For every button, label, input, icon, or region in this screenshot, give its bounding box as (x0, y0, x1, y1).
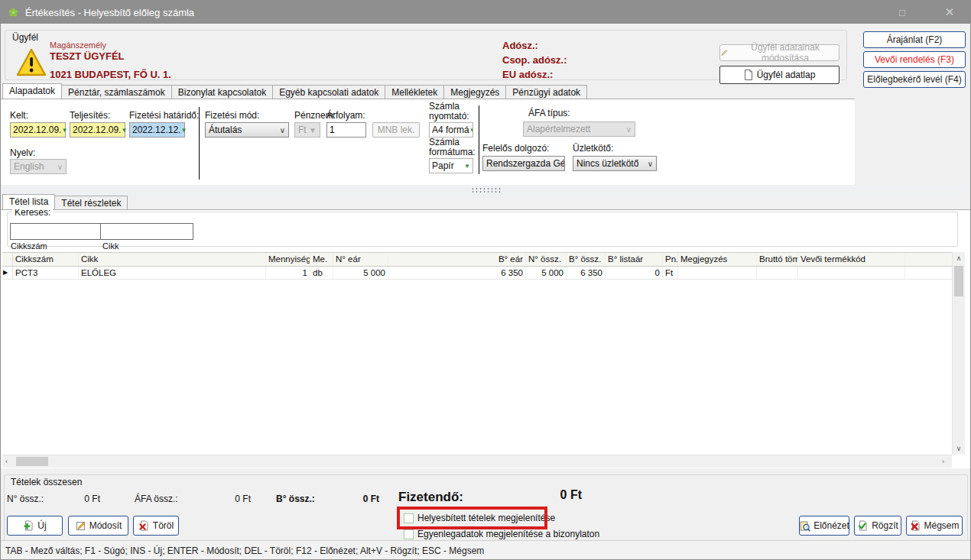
column-header-3[interactable]: Me. (310, 253, 333, 266)
main-tab-1[interactable]: Pénztár, számlaszámok (61, 85, 172, 99)
teljesites-label: Teljesítés: (70, 111, 110, 121)
column-header-11[interactable]: Bruttó tömeg (757, 253, 798, 266)
maximize-button[interactable]: □ (889, 1, 915, 24)
column-header-1[interactable]: Cikk (79, 253, 266, 266)
save-button[interactable]: Rögzít (854, 516, 901, 536)
new-item-icon (23, 520, 34, 532)
chevron-down-icon: ∨ (626, 125, 632, 134)
customer-datasheet-button[interactable]: Ügyfél adatlap (719, 66, 839, 84)
main-tab-3[interactable]: Egyéb kapcsolati adatok (272, 85, 385, 99)
vertical-scroll-thumb[interactable] (954, 266, 963, 296)
scroll-down-icon[interactable]: ∨ (953, 445, 965, 452)
customer-groupbox: Ügyfél Magánszemély TESZT ÜGYFÉL 1021 BU… (5, 30, 847, 80)
main-tab-5[interactable]: Megjegyzés (443, 85, 506, 99)
main-tab-0[interactable]: Alapadatok (2, 83, 62, 99)
modify-button[interactable]: Módosít (68, 516, 128, 536)
group-tax-number-label: Csop. adósz.: (502, 54, 567, 66)
column-header-2[interactable]: Mennyiség (266, 253, 310, 266)
new-button[interactable]: Új (7, 516, 63, 536)
form-divider (199, 107, 200, 180)
felelos-dolgozo-select[interactable]: Rendszergazda Gé∨ (482, 156, 565, 171)
cell (678, 267, 757, 279)
netto-total-label: N° össz.: (7, 494, 44, 504)
szamla-formatuma-select[interactable]: Papír▼ (429, 158, 473, 173)
splitter-grip-icon (471, 187, 502, 193)
cell: Ft (663, 267, 678, 279)
checkbox-icon[interactable] (404, 529, 414, 539)
fizetesi-hatarido-label: Fizetési határidő: (129, 111, 200, 121)
brutto-total-label: B° össz.: (276, 494, 315, 504)
window-title: Értékesítés - Helyesbítő előleg számla (25, 7, 194, 18)
vertical-scrollbar[interactable]: ∧ ∨ (952, 252, 965, 455)
preview-button[interactable]: Előnézet (799, 516, 849, 536)
customer-header: Ügyfél Magánszemély TESZT ÜGYFÉL 1021 BU… (1, 24, 970, 83)
szamla-nyomtato-select[interactable]: A4 formá▼ (429, 122, 473, 138)
cell: ELŐLEG (79, 267, 266, 279)
scroll-right-icon[interactable]: › (942, 458, 944, 465)
column-header-8[interactable]: B° listaár (606, 253, 663, 266)
grid-body: ▶PCT3ELŐLEG1db5 0006 3505 0006 3500Ft (2, 267, 952, 280)
scroll-up-icon[interactable]: ∧ (953, 254, 965, 262)
brutto-total-value: 0 Ft (322, 494, 379, 504)
pencil-icon (720, 48, 729, 57)
item-tab-strip: Tétel listaTétel részletek (2, 194, 127, 209)
item-tab-0[interactable]: Tétel lista (2, 194, 55, 209)
fizetesi-mod-select[interactable]: Átutalás∨ (205, 122, 289, 138)
side-button-0[interactable]: Árajánlat (F2) (863, 31, 966, 48)
chevron-down-icon: ∨ (57, 163, 63, 171)
fizetendo-label: Fizetendő: (398, 490, 463, 505)
cell: 6 350 (567, 267, 606, 279)
teljesites-datepicker[interactable]: 2022.12.09.▼ (70, 122, 125, 138)
search-cikkszam-input[interactable] (10, 223, 101, 240)
main-tab-6[interactable]: Pénzügyi adatok (505, 85, 587, 99)
cancel-button[interactable]: Mégsem (906, 516, 963, 536)
egyenlegadatok-checkbox-row[interactable]: Egyenlegadatok megjelenítése a bizonylat… (404, 529, 599, 539)
title-bar: Értékesítés - Helyesbítő előleg számla □… (1, 1, 970, 24)
column-header-9[interactable]: Pn. (663, 253, 678, 266)
scroll-left-icon[interactable]: ‹ (5, 458, 8, 465)
side-button-2[interactable]: Előlegbekérő levél (F4) (863, 71, 966, 88)
column-header-5[interactable]: B° eár (388, 253, 526, 266)
column-header-10[interactable]: Megjegyzés (678, 253, 757, 266)
fizetesi-hatarido-datepicker[interactable]: 2022.12.12.▼ (129, 122, 185, 138)
cell (798, 267, 905, 279)
cell: 0 (606, 267, 663, 279)
cell: 1 (266, 267, 310, 279)
helyesbitett-checkbox-row[interactable]: Helyesbített tételek megjelenítése (404, 513, 555, 523)
table-row[interactable]: ▶PCT3ELŐLEG1db5 0006 3505 0006 3500Ft (2, 267, 952, 280)
main-tab-4[interactable]: Mellékletek (385, 85, 444, 99)
column-header-6[interactable]: N° össz. (526, 253, 567, 266)
checkbox-icon[interactable] (404, 513, 414, 523)
horizontal-scrollbar[interactable]: ‹ › (2, 455, 952, 468)
column-header-7[interactable]: B° össz. (567, 253, 606, 266)
modify-customer-button[interactable]: Ügyfél adatainak módosítása (719, 44, 839, 61)
search-cikkszam-label: Cikkszám (11, 241, 47, 251)
column-header-12[interactable]: Vevői termékkód (798, 253, 905, 266)
fizetendo-value: 0 Ft (505, 488, 582, 502)
column-header-0[interactable]: Cikkszám (13, 253, 79, 266)
netto-total-value: 0 Ft (47, 494, 100, 504)
arfolyam-input[interactable] (326, 122, 366, 138)
search-cikk-input[interactable] (100, 223, 193, 240)
side-button-1[interactable]: Vevői rendelés (F3) (863, 51, 966, 68)
kelt-datepicker[interactable]: 2022.12.09.▼ (10, 122, 66, 138)
cell (757, 267, 798, 279)
dropdown-arrow-icon: ▼ (121, 127, 127, 134)
item-tab-1[interactable]: Tétel részletek (54, 196, 128, 209)
totals-group-label: Tételek összesen (8, 477, 84, 487)
close-button[interactable]: ✕ (937, 1, 963, 24)
column-header-4[interactable]: N° eár (333, 253, 388, 266)
main-tab-2[interactable]: Bizonylat kapcsolatok (171, 85, 273, 99)
tetel-lista-panel: Keresés: Cikkszám Cikk CikkszámCikkMenny… (1, 209, 971, 468)
delete-button[interactable]: Töröl (133, 516, 179, 536)
uzletkoto-select[interactable]: Nincs üzletkötő∨ (573, 156, 657, 171)
horizontal-scroll-thumb[interactable] (16, 457, 48, 466)
search-cikk-label: Cikk (102, 241, 119, 251)
splitter-bar[interactable] (1, 185, 970, 194)
chevron-down-icon: ▼ (309, 126, 317, 134)
cell: 5 000 (526, 267, 567, 279)
uzletkoto-label: Üzletkötő: (573, 144, 613, 154)
cell: db (310, 267, 333, 279)
edit-icon (75, 520, 86, 532)
cell: 5 000 (333, 267, 388, 279)
